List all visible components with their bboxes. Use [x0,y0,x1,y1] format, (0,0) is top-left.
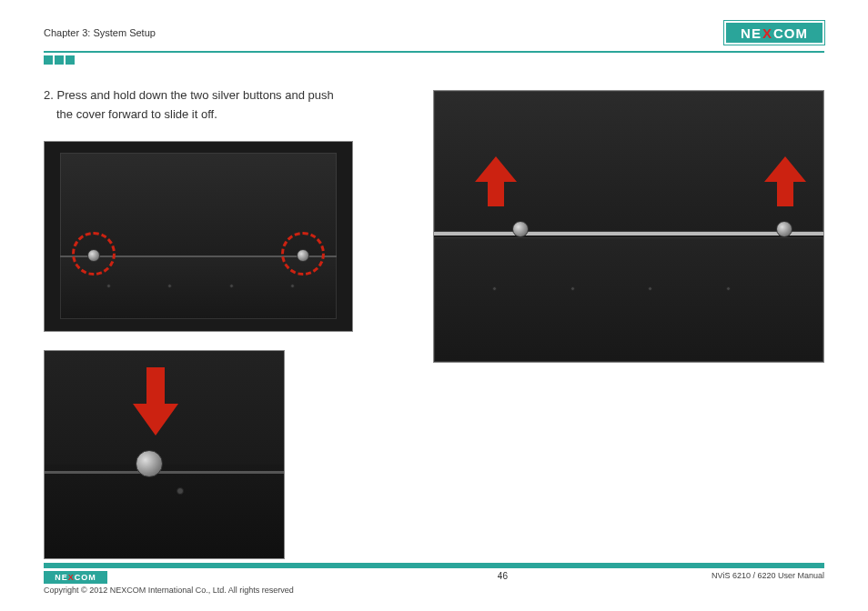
svg-marker-1 [475,156,517,206]
footer-left: NEXCOM Copyright © 2012 NEXCOM Internati… [44,571,294,595]
arrow-down-icon [124,367,187,440]
brand-logo: NEXCOM [724,21,824,45]
figure-buttons-overview [44,141,353,332]
brand-x: X [762,25,773,41]
step-number: 2. [44,88,54,102]
footer-brand-logo: NEXCOM [44,571,107,584]
figure-slide-cover [433,90,824,363]
brand-right: COM [773,25,808,41]
svg-marker-0 [133,367,178,436]
header-squares [44,55,824,65]
chapter-title: Chapter 3: System Setup [44,27,156,38]
svg-marker-2 [764,156,806,206]
highlight-circle-icon [281,232,325,275]
copyright-text: Copyright © 2012 NEXCOM International Co… [44,586,294,595]
page-number: 46 [498,571,508,581]
brand-left: NE [741,25,762,41]
doc-title: NViS 6210 / 6220 User Manual [712,571,824,580]
step-line2: the cover forward to slide it off. [44,105,388,125]
step-line1: Press and hold down the two silver butto… [56,88,333,102]
arrow-up-icon [473,156,519,211]
footer-rule [44,563,824,568]
arrow-up-icon [762,156,808,211]
header-rule [44,51,824,53]
figure-button-closeup [44,350,285,559]
step-text: 2. Press and hold down the two silver bu… [44,86,388,125]
